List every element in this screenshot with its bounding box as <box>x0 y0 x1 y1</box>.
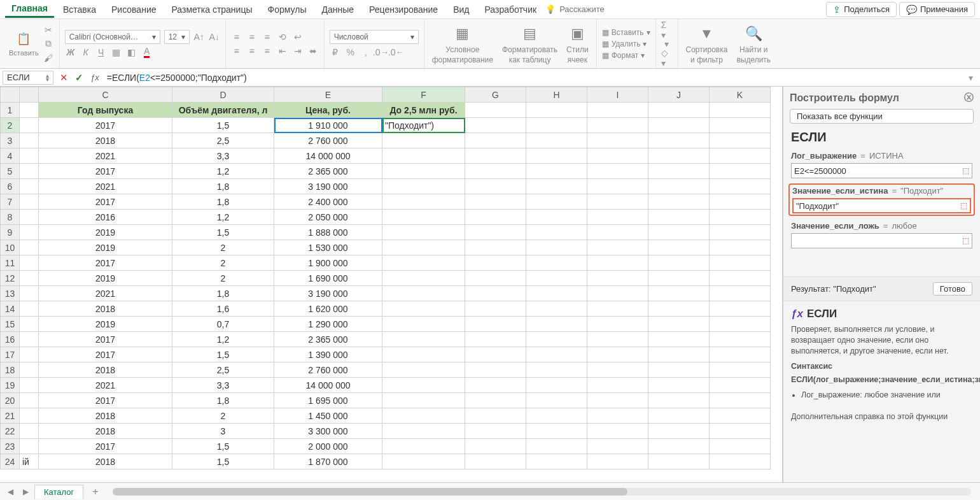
tab-data[interactable]: Данные <box>315 2 360 17</box>
cell-D6[interactable]: 1,8 <box>172 179 274 194</box>
sheet-nav-prev[interactable]: ◀ <box>4 487 17 496</box>
cell-D4[interactable]: 3,3 <box>172 148 274 164</box>
arg2-input[interactable]: "Подходит"⬚ <box>792 198 971 213</box>
cell-C15[interactable]: 2019 <box>39 317 172 332</box>
col-header-J[interactable]: J <box>648 87 710 103</box>
merge-icon[interactable]: ⬌ <box>307 45 319 57</box>
cell-I15[interactable] <box>587 317 648 332</box>
cell-H23[interactable] <box>526 439 587 454</box>
cell-D1[interactable]: Объём двигателя, л <box>172 103 274 118</box>
cell-J19[interactable] <box>648 378 710 393</box>
cell-G3[interactable] <box>465 133 526 148</box>
cell-H18[interactable] <box>526 362 587 378</box>
cell-G5[interactable] <box>465 164 526 179</box>
tab-view[interactable]: Вид <box>447 2 475 17</box>
col-header-F[interactable]: F <box>382 87 465 103</box>
cell-D12[interactable]: 2 <box>172 271 274 286</box>
cell-D17[interactable]: 1,5 <box>172 347 274 362</box>
cell-C4[interactable]: 2021 <box>39 148 172 164</box>
cell-I2[interactable] <box>587 118 648 133</box>
row-header-18[interactable]: 18 <box>1 362 20 378</box>
format-painter-icon[interactable]: 🖌 <box>43 52 54 64</box>
formula-input[interactable]: =ЕСЛИ(E2<=2500000;"Подходит") <box>103 73 961 83</box>
cell-H3[interactable] <box>526 133 587 148</box>
cell-D22[interactable]: 3 <box>172 424 274 439</box>
sheet-tab-active[interactable]: Каталог <box>34 485 83 499</box>
row-header-8[interactable]: 8 <box>1 210 20 225</box>
cell-E10[interactable]: 1 530 000 <box>274 240 382 255</box>
cell-I16[interactable] <box>587 332 648 347</box>
cell-J7[interactable] <box>648 194 710 210</box>
arg3-picker-icon[interactable]: ⬚ <box>962 236 969 245</box>
cell-F7[interactable] <box>382 194 465 210</box>
cell-G20[interactable] <box>465 393 526 408</box>
wrap-text-icon[interactable]: ↩ <box>292 31 304 43</box>
cell-E8[interactable]: 2 050 000 <box>274 210 382 225</box>
cell-G12[interactable] <box>465 271 526 286</box>
cell-J18[interactable] <box>648 362 710 378</box>
cell-F2[interactable]: "Подходит") <box>382 118 465 133</box>
align-left-icon[interactable]: ≡ <box>231 45 242 57</box>
row-header-13[interactable]: 13 <box>1 286 20 301</box>
cell-E20[interactable]: 1 695 000 <box>274 393 382 408</box>
cell-I10[interactable] <box>587 240 648 255</box>
cell-J6[interactable] <box>648 179 710 194</box>
show-all-functions-button[interactable]: Показать все функции <box>790 109 974 124</box>
close-pane-button[interactable]: ⓧ <box>964 92 974 104</box>
tab-home[interactable]: Главная <box>5 1 54 18</box>
tab-formulas[interactable]: Формулы <box>262 2 313 17</box>
cell-D16[interactable]: 1,2 <box>172 332 274 347</box>
cell-D7[interactable]: 1,8 <box>172 194 274 210</box>
cell-C13[interactable]: 2021 <box>39 286 172 301</box>
cell-D2[interactable]: 1,5 <box>172 118 274 133</box>
cell-C23[interactable]: 2017 <box>39 439 172 454</box>
cell-F8[interactable] <box>382 210 465 225</box>
cell-K20[interactable] <box>710 393 771 408</box>
cell-K3[interactable] <box>710 133 771 148</box>
cell-G7[interactable] <box>465 194 526 210</box>
cell-H14[interactable] <box>526 301 587 317</box>
cell-C2[interactable]: 2017 <box>39 118 172 133</box>
number-format-combo[interactable]: Числовой▾ <box>330 30 419 44</box>
cell-K17[interactable] <box>710 347 771 362</box>
cell-H16[interactable] <box>526 332 587 347</box>
cell-D3[interactable]: 2,5 <box>172 133 274 148</box>
orientation-icon[interactable]: ⟲ <box>277 31 288 43</box>
cell-F18[interactable] <box>382 362 465 378</box>
col-header-C[interactable]: C <box>39 87 172 103</box>
cell-K12[interactable] <box>710 271 771 286</box>
cell-E22[interactable]: 3 300 000 <box>274 424 382 439</box>
cell-C18[interactable]: 2018 <box>39 362 172 378</box>
align-right-icon[interactable]: ≡ <box>262 45 273 57</box>
add-sheet-button[interactable]: + <box>86 484 104 499</box>
cell-E16[interactable]: 2 365 000 <box>274 332 382 347</box>
cell-F6[interactable] <box>382 179 465 194</box>
tab-page-layout[interactable]: Разметка страницы <box>165 2 259 17</box>
cell-I21[interactable] <box>587 408 648 424</box>
cell-C20[interactable]: 2017 <box>39 393 172 408</box>
cell-K6[interactable] <box>710 179 771 194</box>
cell-I20[interactable] <box>587 393 648 408</box>
cell-F14[interactable] <box>382 301 465 317</box>
cell-C5[interactable]: 2017 <box>39 164 172 179</box>
cell-G16[interactable] <box>465 332 526 347</box>
row-header-24[interactable]: 24 <box>1 454 20 469</box>
cell-K14[interactable] <box>710 301 771 317</box>
cell-F15[interactable] <box>382 317 465 332</box>
row-header-15[interactable]: 15 <box>1 317 20 332</box>
sort-filter-button[interactable]: ▼ Сортировка и фильтр <box>683 22 731 66</box>
align-bottom-icon[interactable]: ≡ <box>262 31 273 43</box>
cell-F22[interactable] <box>382 424 465 439</box>
cell-D24[interactable]: 1,5 <box>172 454 274 469</box>
cell-E11[interactable]: 1 900 000 <box>274 255 382 271</box>
decrease-decimal-icon[interactable]: .0← <box>391 46 402 58</box>
cell-F16[interactable] <box>382 332 465 347</box>
name-box-stepper[interactable]: ▴▾ <box>46 74 49 82</box>
cell-I6[interactable] <box>587 179 648 194</box>
comma-icon[interactable]: , <box>360 46 372 58</box>
row-header-6[interactable]: 6 <box>1 179 20 194</box>
cell-C21[interactable]: 2018 <box>39 408 172 424</box>
cell-E1[interactable]: Цена, руб. <box>274 103 382 118</box>
scrollbar-thumb[interactable] <box>113 488 628 496</box>
cell-J5[interactable] <box>648 164 710 179</box>
